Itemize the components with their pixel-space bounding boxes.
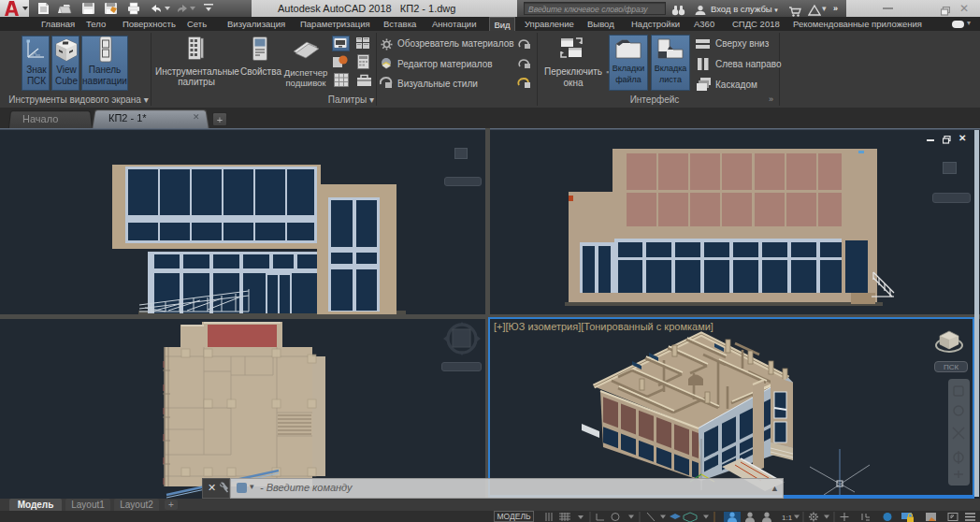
svg-text:1:1: 1:1 xyxy=(782,514,793,522)
